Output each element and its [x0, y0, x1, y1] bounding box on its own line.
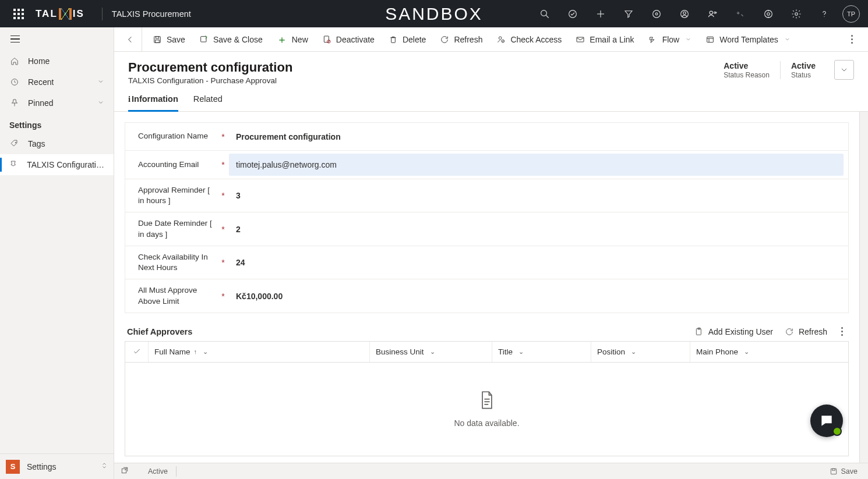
divider: [102, 8, 103, 20]
cmd-refresh[interactable]: Refresh: [433, 27, 489, 52]
record-header: Procurement configuration TALXIS Configu…: [114, 52, 868, 85]
nav-home[interactable]: Home: [0, 51, 114, 72]
field-check-availability[interactable]: Check Availability In Next Hours * 24: [125, 246, 848, 279]
col-title[interactable]: Title ⌄: [492, 342, 591, 362]
nav-pinned-label: Pinned: [28, 98, 54, 108]
cmd-save-close[interactable]: Save & Close: [192, 27, 270, 52]
field-configuration-name[interactable]: Configuration Name * Procurement configu…: [125, 123, 848, 151]
cmd-overflow[interactable]: [841, 35, 863, 44]
nav-recent[interactable]: Recent: [0, 72, 114, 93]
grid-header-row: Full Name ↑ ⌄ Business Unit ⌄ Title ⌄: [125, 342, 848, 363]
col-business-unit[interactable]: Business Unit ⌄: [370, 342, 492, 362]
cmd-check-access[interactable]: Check Access: [489, 27, 569, 52]
tab-related[interactable]: Related: [193, 94, 223, 111]
assistant-icon[interactable]: [643, 0, 670, 27]
settings-gear-icon[interactable]: [783, 0, 810, 27]
cmd-save-label: Save: [167, 35, 185, 44]
header-status-reason[interactable]: Active Status Reason: [713, 61, 780, 79]
col-main-phone[interactable]: Main Phone ⌄: [690, 342, 848, 362]
user-avatar[interactable]: TP: [842, 5, 860, 23]
plus-icon: ＋: [277, 33, 287, 47]
cmd-save[interactable]: Save: [146, 27, 192, 52]
svg-point-6: [655, 13, 658, 15]
field-due-date-reminder[interactable]: Due Date Reminder [ in days ] * 2: [125, 212, 848, 246]
header-status[interactable]: Active Status: [780, 61, 826, 79]
team-icon[interactable]: [699, 0, 726, 27]
grid-select-all[interactable]: [125, 342, 149, 362]
chevron-down-icon: [685, 35, 691, 44]
back-button[interactable]: [119, 27, 142, 52]
svg-point-17: [795, 12, 798, 15]
chevron-down-icon: ⌄: [430, 348, 435, 356]
logo-mark-icon: [59, 8, 72, 20]
field-approval-reminder[interactable]: Approval Reminder [ in hours ] * 3: [125, 179, 848, 212]
svg-point-5: [653, 10, 661, 17]
filter-icon[interactable]: [615, 0, 642, 27]
tab-information[interactable]: iInformation: [128, 94, 178, 112]
subgrid-header: Chief Approvers Add Existing User Refres…: [125, 321, 849, 341]
field-approve-limit[interactable]: All Must Approve Above Limit * Kč10,000.…: [125, 279, 848, 312]
field-label: Configuration Name: [125, 125, 217, 147]
chevron-down-icon: [97, 98, 104, 108]
task-checker-icon[interactable]: [559, 0, 586, 27]
nav-pinned[interactable]: Pinned: [0, 93, 114, 113]
cmd-word-templates[interactable]: Word Templates: [698, 27, 798, 52]
advanced-icon[interactable]: [755, 0, 782, 27]
required-indicator: *: [217, 225, 229, 234]
help-icon[interactable]: [811, 0, 838, 27]
cmd-email-link[interactable]: Email a Link: [569, 27, 641, 52]
cmd-new[interactable]: ＋ New: [270, 27, 315, 52]
nav-talxis-config[interactable]: TALXIS Configuration…: [0, 154, 114, 175]
subgrid-more[interactable]: [839, 327, 845, 336]
cmd-save-close-label: Save & Close: [213, 35, 263, 44]
col-position[interactable]: Position ⌄: [591, 342, 690, 362]
cmd-flow[interactable]: Flow: [641, 27, 699, 52]
col-fullname[interactable]: Full Name ↑ ⌄: [149, 342, 370, 362]
status-label: Status: [791, 71, 816, 79]
status-reason-label: Status Reason: [724, 71, 770, 79]
cmd-refresh-label: Refresh: [454, 35, 482, 44]
field-value[interactable]: timotej.palus@networg.com: [229, 154, 844, 176]
field-label: Check Availability In Next Hours: [125, 246, 217, 279]
cmd-check-access-label: Check Access: [510, 35, 562, 44]
app-launcher[interactable]: [5, 0, 32, 27]
col-title-label: Title: [498, 347, 513, 356]
svg-point-18: [824, 16, 824, 16]
chevron-down-icon: ⌄: [518, 348, 524, 356]
chevron-down-icon: ⌄: [631, 348, 636, 356]
nav-tags[interactable]: Tags: [0, 133, 114, 154]
footer-save[interactable]: Save: [825, 467, 863, 476]
add-icon[interactable]: [587, 0, 614, 27]
nav-collapse-button[interactable]: [0, 27, 114, 51]
col-fullname-label: Full Name: [154, 347, 190, 356]
footer-status: Active: [140, 466, 177, 477]
waffle-icon: [13, 9, 24, 19]
updown-icon: [101, 462, 108, 471]
svg-point-8: [683, 12, 686, 15]
field-label: Approval Reminder [ in hours ]: [125, 179, 217, 212]
field-accounting-email[interactable]: Accounting Email * timotej.palus@networg…: [125, 151, 848, 179]
area-switcher[interactable]: S Settings: [0, 453, 114, 479]
chevron-down-icon: [97, 77, 104, 87]
tools-icon[interactable]: [727, 0, 754, 27]
brand-logo[interactable]: TAL IS: [36, 8, 84, 20]
required-indicator: *: [217, 292, 229, 301]
popout-icon[interactable]: [120, 466, 130, 477]
chat-fab[interactable]: [810, 405, 843, 437]
cmd-delete[interactable]: Delete: [382, 27, 433, 52]
subgrid-add-existing[interactable]: Add Existing User: [694, 327, 773, 336]
clock-icon: [9, 77, 20, 87]
field-value: Kč10,000.00: [229, 292, 848, 301]
field-label: All Must Approve Above Limit: [125, 279, 217, 312]
header-expand-button[interactable]: [834, 60, 854, 80]
search-icon[interactable]: [531, 0, 558, 27]
chevron-down-icon: [784, 35, 791, 44]
nav-talxis-config-label: TALXIS Configuration…: [27, 160, 104, 169]
field-value: 3: [229, 191, 848, 200]
cmd-word-templates-label: Word Templates: [719, 35, 778, 44]
subgrid-refresh[interactable]: Refresh: [785, 327, 827, 336]
nav-tags-label: Tags: [28, 139, 45, 148]
vertical-scrollbar[interactable]: [859, 112, 868, 463]
user-icon[interactable]: [671, 0, 698, 27]
cmd-deactivate[interactable]: Deactivate: [315, 27, 382, 52]
